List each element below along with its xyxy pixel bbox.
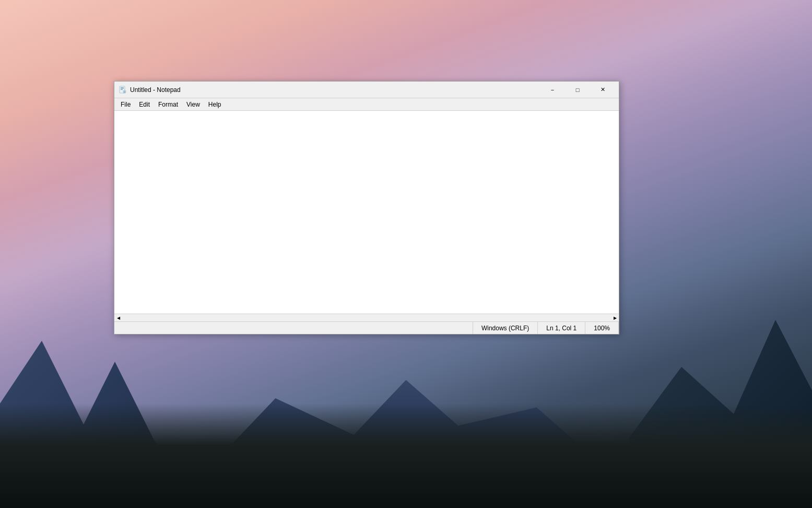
notepad-window: Untitled - Notepad − □ ✕ File Edit Forma… (114, 81, 619, 334)
window-title: Untitled - Notepad (130, 86, 540, 94)
status-bar: Windows (CRLF) Ln 1, Col 1 100% (114, 321, 619, 334)
svg-rect-2 (121, 88, 124, 89)
menu-file[interactable]: File (116, 100, 135, 109)
scroll-horizontal-track[interactable] (122, 314, 611, 321)
text-area-container (114, 111, 619, 314)
status-encoding: Windows (CRLF) (473, 322, 538, 334)
menu-format[interactable]: Format (154, 100, 182, 109)
menu-view[interactable]: View (182, 100, 204, 109)
scroll-right-button[interactable]: ▶ (611, 314, 619, 322)
menu-bar: File Edit Format View Help (114, 98, 619, 111)
horizontal-scrollbar[interactable]: ◀ ▶ (114, 314, 619, 321)
scroll-left-button[interactable]: ◀ (114, 314, 122, 322)
status-zoom: 100% (585, 322, 619, 334)
window-controls: − □ ✕ (540, 82, 615, 98)
svg-rect-1 (121, 87, 124, 88)
menu-help[interactable]: Help (204, 100, 226, 109)
svg-rect-3 (121, 89, 123, 90)
text-editor[interactable] (114, 111, 619, 314)
close-button[interactable]: ✕ (591, 82, 615, 98)
maximize-button[interactable]: □ (566, 82, 590, 98)
status-position: Ln 1, Col 1 (538, 322, 585, 334)
notepad-icon (119, 86, 127, 94)
svg-rect-4 (123, 90, 126, 93)
status-empty (114, 322, 473, 334)
menu-edit[interactable]: Edit (135, 100, 154, 109)
minimize-button[interactable]: − (540, 82, 564, 98)
title-bar: Untitled - Notepad − □ ✕ (114, 82, 619, 98)
trees-decoration (0, 403, 812, 508)
